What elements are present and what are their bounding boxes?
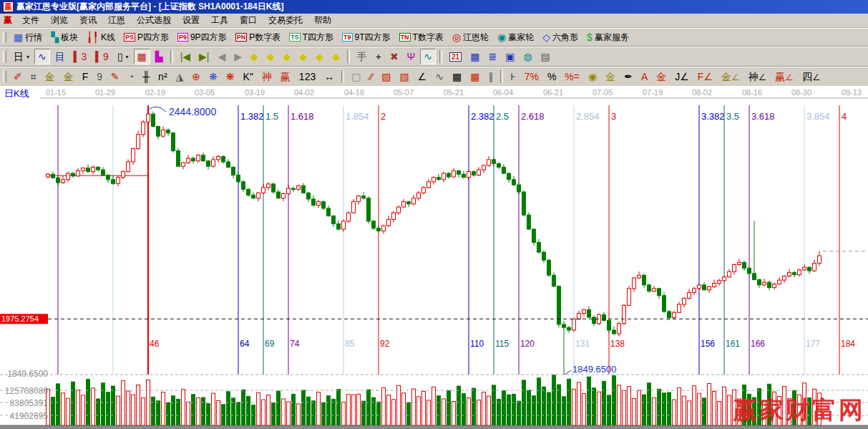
toolbar-goto-last-button[interactable]: ▶| — [195, 49, 213, 64]
toolbar-web-service-button[interactable]: ◍ — [520, 49, 535, 64]
toolbar-p-number-table-button[interactable]: PNP数字表 — [232, 29, 285, 45]
toolbar-t-square-button[interactable]: TST四方形 — [286, 29, 337, 45]
toolbar-nine-spiral-button[interactable]: 9 — [93, 69, 106, 85]
toolbar-winner-wheel-button[interactable]: ◉赢家轮 — [494, 29, 537, 45]
toolbar-gold-level-button[interactable]: 金 — [602, 69, 619, 85]
toolbar-next-bar-button[interactable]: ▶ — [230, 49, 245, 64]
toolbar-candle-style-button[interactable]: ▯▾ — [114, 49, 132, 64]
toolbar-data-matrix-button[interactable]: ▦ — [467, 49, 483, 64]
toolbar-gold-red-level-button[interactable]: 金 — [653, 69, 670, 85]
toolbar-clock-ruler-button[interactable]: ◔ — [125, 69, 137, 85]
toolbar-god-angle-button[interactable]: 神∠ — [745, 69, 771, 85]
toolbar-ruler-123-button[interactable]: 123 — [296, 69, 319, 85]
menu-item-news[interactable]: 资讯 — [74, 14, 102, 27]
toolbar-9p-square-button[interactable]: P99P四方形 — [174, 29, 230, 45]
svg-text:177: 177 — [806, 339, 820, 349]
toolbar-t-number-table-button[interactable]: TNT数字表 — [396, 29, 447, 45]
percent7-icon: 7% — [525, 72, 539, 82]
menu-item-trade[interactable]: 交易委托 — [263, 14, 308, 27]
menu-item-tools[interactable]: 工具 — [205, 14, 234, 27]
toolbar-n2-ruler-button[interactable]: n² — [155, 69, 170, 85]
toolbar-parallel-lines-button[interactable]: ∥ — [484, 69, 497, 85]
toolbar-calendar-cycle-button[interactable]: 21 — [446, 49, 465, 64]
toolbar-pen-ruler-button[interactable]: ✎ — [107, 69, 123, 85]
toolbar-9t-square-button[interactable]: T99T四方形 — [338, 29, 394, 45]
toolbar-sectors-button[interactable]: ▚板块 — [47, 29, 82, 45]
toolbar-quotes-button[interactable]: ▦行情 — [10, 29, 46, 45]
toolbar-gann-wave-tool-button[interactable]: ∿ — [420, 49, 436, 64]
toolbar-winner-service-button[interactable]: $赢家服务 — [583, 29, 633, 45]
toolbar-measure-ruler-button[interactable]: ⊦ — [507, 69, 519, 85]
annotations-layer: 2444.80001849.6500 — [148, 106, 616, 375]
toolbar-span-ruler-button[interactable]: ↔ — [321, 69, 338, 85]
toolbar-delete-draw-button[interactable]: ✖ — [386, 49, 402, 64]
toolbar-k-quote-button[interactable]: K" — [240, 69, 257, 85]
menu-item-browse[interactable]: 浏览 — [45, 14, 74, 27]
toolbar-angle-fan-button[interactable]: ∠ — [414, 69, 431, 85]
toolbar-mirror-angle-button[interactable]: ◮ — [172, 69, 187, 85]
toolbar-diamond-fit-all-button[interactable]: ◆ — [328, 49, 343, 64]
toolbar-hand-drag-button[interactable]: 手 — [353, 49, 371, 64]
toolbar-percent-lines-button[interactable]: %= — [561, 69, 583, 85]
toolbar-radial-web-blue-button[interactable]: ❋ — [205, 69, 221, 85]
toolbar-f-ruler-button[interactable]: F — [79, 69, 92, 85]
toolbar-fan-lines-button[interactable]: ∕∕ — [366, 69, 376, 85]
toolbar-diamond-shift-right-button[interactable]: ◆ — [263, 49, 278, 64]
toolbar-grid-ruler-button[interactable]: ⌗ — [27, 69, 40, 85]
toolbar-fan-box-2-button[interactable]: ▧ — [396, 69, 412, 85]
toolbar-circle-cross-button[interactable]: ⊕ — [188, 69, 204, 85]
toolbar-f-angle-button[interactable]: F∠ — [694, 69, 716, 85]
toolbar-percent-7-button[interactable]: 7% — [521, 69, 542, 85]
toolbar-j-angle-button[interactable]: J∠ — [671, 69, 693, 85]
toolbar-goto-first-button[interactable]: |◀ — [177, 49, 194, 64]
toolbar-prev-bar-button[interactable]: ◀ — [214, 49, 229, 64]
toolbar-zigzag-wave-button[interactable]: ∿ — [431, 69, 447, 85]
toolbar-gold-ruler-1-button[interactable]: 金 — [42, 69, 59, 85]
toolbar-period-day-button[interactable]: 日▾ — [10, 49, 33, 64]
toolbar-box-select-button[interactable]: ▢ — [348, 69, 364, 85]
toolbar-win-ruler-button[interactable]: 赢 — [277, 69, 294, 85]
kline-chart-canvas[interactable]: 01-1501-2902-1903-0503-1904-0204-1805-07… — [0, 86, 868, 429]
toolbar-god-ruler-button[interactable]: 神 — [258, 69, 275, 85]
toolbar-percent-button[interactable]: % — [544, 69, 560, 85]
toolbar-win-angle-button[interactable]: 赢∠ — [771, 69, 797, 85]
toolbar-info-panel-button[interactable]: 目 — [52, 49, 69, 64]
toolbar-pattern-grid-button[interactable]: ▦ — [134, 49, 150, 64]
toolbar-diamond-compress-button[interactable]: ◆ — [312, 49, 327, 64]
toolbar-diamond-shift-left-button[interactable]: ◆ — [247, 49, 262, 64]
svg-text:1.382: 1.382 — [240, 111, 264, 122]
toolbar-save-layout-button[interactable]: ▣ — [502, 49, 518, 64]
toolbar-minor-cycle-3-button[interactable]: ▍3 — [70, 49, 91, 64]
toolbar-crosshair-button[interactable]: + — [372, 49, 385, 64]
toolbar-a-wave-button[interactable]: A — [638, 69, 651, 85]
menu-item-settings[interactable]: 设置 — [177, 14, 205, 27]
toolbar-brush-button[interactable]: ✐ — [10, 69, 26, 85]
menu-item-gann[interactable]: 江恩 — [102, 14, 131, 27]
menu-item-help[interactable]: 帮助 — [308, 14, 337, 27]
toolbar-print-button[interactable]: ▤ — [537, 49, 554, 64]
toolbar-memo-notes-button[interactable]: ≣ — [484, 49, 500, 64]
toolbar-hexagon-button[interactable]: ◇六角形 — [539, 29, 582, 45]
menu-item-formula-stock-pick[interactable]: 公式选股 — [131, 14, 177, 27]
toolbar-gold-coin-button[interactable]: ◉ — [585, 69, 600, 85]
toolbar-radial-web-red-button[interactable]: ❋ — [223, 69, 238, 85]
toolbar-four-angle-button[interactable]: 四∠ — [799, 69, 824, 85]
toolbar-fan-box-1-button[interactable]: ▨ — [378, 69, 394, 85]
toolbar-kline-button[interactable]: ╽╿K线 — [83, 29, 119, 45]
toolbar-color-histogram-button[interactable]: ▙ — [152, 49, 167, 64]
toolbar-diamond-expand-v-button[interactable]: ◆ — [296, 49, 311, 64]
toolbar-gold-angle-button[interactable]: 金∠ — [718, 69, 743, 85]
toolbar-wave-overlay-button[interactable]: ∿ — [34, 49, 50, 64]
toolbar-minor-cycle-9-button[interactable]: ▍9 — [92, 49, 112, 64]
toolbar-gann-kit-button[interactable]: Ψ — [404, 49, 419, 64]
toolbar-gann-wheel-button[interactable]: ◎江恩轮 — [449, 29, 492, 45]
menu-item-window[interactable]: 窗口 — [234, 14, 263, 27]
toolbar-grid-red-button[interactable]: ▦ — [467, 69, 483, 85]
toolbar-diamond-expand-h-button[interactable]: ◆ — [280, 49, 295, 64]
toolbar-gold-ruler-2-button[interactable]: 金 — [60, 69, 77, 85]
toolbar-grid-fine-button[interactable]: ▦ — [449, 69, 465, 85]
toolbar-tick-ruler-button[interactable]: ╫ — [139, 69, 153, 85]
menu-item-file[interactable]: 文件 — [16, 14, 45, 27]
toolbar-p-square-button[interactable]: PSP四方形 — [120, 29, 172, 45]
toolbar-ink-pen-button[interactable]: ✒ — [620, 69, 636, 85]
